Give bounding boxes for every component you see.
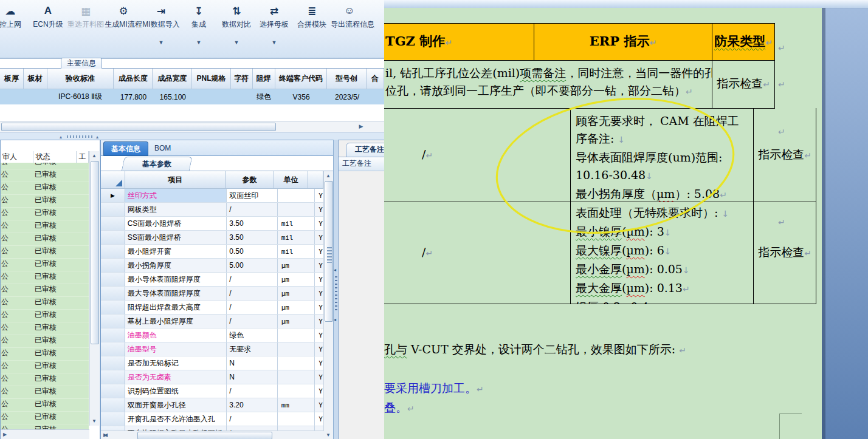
param-cell[interactable]: /	[227, 287, 277, 300]
job-col-3[interactable]: 验收标准	[47, 69, 114, 89]
param-cell[interactable]: /	[227, 315, 277, 328]
chevron-down-icon[interactable]: ▼	[255, 39, 293, 46]
status-row[interactable]: 公已审核	[1, 412, 89, 424]
status-row[interactable]: 公已审核	[1, 322, 89, 335]
toolbar-button-1[interactable]: ☁控上网	[0, 0, 29, 58]
toolbar-button-8[interactable]: ⇄选择母板▼	[255, 0, 293, 58]
param-cell[interactable]: 3.50	[227, 231, 277, 244]
grid-vscrollbar[interactable]: ▲ ▼	[323, 171, 333, 439]
status-row[interactable]: 公已审核	[1, 259, 89, 271]
grid-scroll-thumb[interactable]	[325, 181, 333, 322]
status-row[interactable]: 公已审核	[1, 233, 89, 246]
row-selector-header[interactable]	[101, 171, 125, 189]
tab-main-info[interactable]: 主要信息	[61, 58, 102, 69]
param-cell[interactable]: 双面丝印	[227, 189, 277, 202]
status-row[interactable]: 公已审核	[1, 169, 89, 182]
job-col-8[interactable]: 阻焊	[253, 69, 275, 89]
row-selector[interactable]	[101, 301, 125, 314]
scroll-right-icon[interactable]: ▶	[1, 430, 9, 438]
status-row[interactable]: 公已审核	[1, 271, 89, 284]
param-cell[interactable]: /	[227, 412, 277, 426]
param-cell[interactable]: N	[227, 370, 277, 384]
job-col-10[interactable]: 型号创	[327, 69, 366, 89]
parameter-row[interactable]: 识别码位置图纸/Y	[101, 384, 333, 398]
parameter-row[interactable]: 双面开窗最小孔径3.20mmY	[101, 398, 333, 412]
scroll-down-icon[interactable]: ▼	[91, 417, 98, 425]
parameter-row[interactable]: CS面最小阻焊桥3.50milY	[101, 217, 333, 231]
select-all-icon[interactable]	[115, 180, 122, 186]
param-cell[interactable]: 3.20	[227, 398, 277, 412]
param-cell[interactable]: 0.50	[227, 245, 277, 258]
row-selector[interactable]: ▶	[101, 189, 125, 202]
splitter-grip[interactable]	[335, 276, 337, 313]
parameter-row[interactable]: 网板类型/Y	[101, 203, 333, 217]
parameter-row[interactable]: ▶丝印方式双面丝印Y	[101, 189, 333, 203]
job-col-5[interactable]: 成品宽度	[153, 69, 192, 89]
row-selector[interactable]	[101, 287, 125, 300]
parameter-row[interactable]: 最小阻焊开窗0.50milY	[101, 245, 333, 259]
row-selector[interactable]	[101, 356, 125, 370]
status-row[interactable]: 公已审核	[1, 310, 89, 322]
parameter-row[interactable]: 最大导体表面阻焊厚度/µmY	[101, 287, 333, 301]
tab-basic-parameters[interactable]: 基本参数	[121, 157, 192, 172]
job-col-9[interactable]: 终端客户代码	[275, 69, 328, 89]
splitter-arrow-icon[interactable]: ◂	[334, 267, 336, 273]
param-cell[interactable]: 5.00	[227, 259, 277, 272]
row-selector[interactable]	[101, 398, 125, 412]
param-cell[interactable]: /	[227, 273, 277, 286]
toolbar-button-7[interactable]: ⇅数据对比▼	[218, 0, 255, 58]
parameter-row[interactable]: 是否加无铅标记NY	[101, 356, 333, 370]
parameter-row[interactable]: 最小导体表面阻焊厚度/µmY	[101, 273, 333, 287]
process-notes-column-header[interactable]: 工艺备注	[339, 157, 385, 171]
param-cell[interactable]: /	[227, 301, 277, 314]
status-row[interactable]: 公已审核	[1, 220, 89, 233]
status-col-1[interactable]: 审人	[1, 151, 33, 163]
row-selector[interactable]	[101, 245, 125, 258]
status-row[interactable]: 公已审核	[1, 163, 89, 169]
tab-basic-info[interactable]: 基本信息	[103, 141, 148, 156]
param-cell[interactable]: 绿色	[227, 328, 277, 342]
toolbar-button-4[interactable]: ⚙生成MI流程	[105, 0, 142, 58]
toolbar-button-9[interactable]: ≣合拼模块	[293, 0, 331, 58]
status-row[interactable]: 公已审核	[1, 399, 89, 412]
row-selector[interactable]	[101, 217, 125, 230]
status-row[interactable]: 公已审核	[1, 297, 89, 310]
toolbar-button-2[interactable]: AECN升级	[29, 0, 67, 58]
scroll-up-icon[interactable]: ▲	[91, 152, 98, 160]
scroll-up-icon[interactable]: ▲	[325, 172, 332, 180]
parameter-row[interactable]: 最小拐角厚度5.00µmY	[101, 259, 333, 273]
job-col-2[interactable]: 板材	[24, 69, 47, 89]
scroll-down-icon[interactable]: ▼	[325, 431, 332, 439]
job-col-7[interactable]: 字符	[231, 69, 253, 89]
job-col-11[interactable]: 合	[367, 69, 384, 89]
status-scroll-thumb[interactable]	[91, 161, 99, 344]
column-header-item[interactable]: 项目	[125, 171, 226, 189]
parameter-row[interactable]: SS面最小阻焊桥3.50milY	[101, 231, 333, 245]
status-row[interactable]: 公已审核	[1, 195, 89, 208]
column-header-param[interactable]: 参数	[226, 171, 274, 189]
status-row[interactable]: 公已审核	[1, 386, 89, 399]
tab-bom[interactable]: BOM	[147, 141, 178, 155]
row-selector[interactable]	[101, 328, 125, 342]
status-row[interactable]: 公已审核	[1, 182, 89, 195]
parameter-row[interactable]: 是否为无卤素NY	[101, 370, 333, 384]
row-selector[interactable]	[101, 384, 125, 398]
param-cell[interactable]: N	[227, 356, 277, 370]
status-list-hscrollbar[interactable]: ▶	[1, 429, 89, 439]
grid-hscroll-thumb[interactable]	[137, 432, 272, 439]
job-table-hscroll-right-arrow[interactable]: ▶	[356, 122, 366, 131]
scroll-right-icon[interactable]: ▶	[102, 431, 109, 439]
row-selector[interactable]	[101, 370, 125, 384]
job-col-6[interactable]: PNL规格	[192, 69, 230, 89]
toolbar-button-5[interactable]: ⇥MI数据导入▼	[142, 0, 180, 58]
status-row[interactable]: 公已审核	[1, 348, 89, 361]
param-cell[interactable]: /	[227, 203, 277, 216]
row-selector[interactable]	[101, 273, 125, 286]
column-header-unit[interactable]: 单位	[274, 171, 308, 189]
row-selector[interactable]	[101, 259, 125, 272]
status-list-vscrollbar[interactable]: ▲ ▼	[89, 151, 99, 426]
column-header-partial[interactable]	[308, 171, 323, 189]
row-selector[interactable]	[101, 231, 125, 244]
job-col-4[interactable]: 成品长度	[114, 69, 153, 89]
status-row[interactable]: 公已审核	[1, 208, 89, 220]
